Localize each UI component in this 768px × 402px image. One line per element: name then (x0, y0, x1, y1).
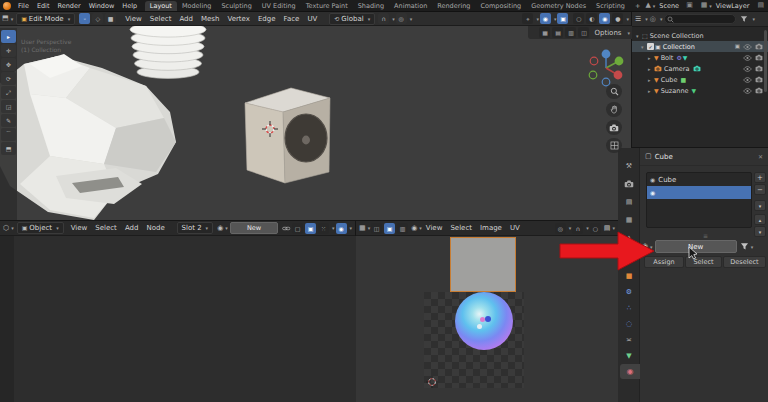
outliner-row-bolt[interactable]: ▸ ▼ Bolt ⚙ ▼ (632, 52, 768, 63)
hide-eye-icon[interactable] (743, 44, 752, 50)
shader-menu-select[interactable]: Select (91, 224, 121, 232)
tool-extrude[interactable]: ⬒ (1, 142, 16, 155)
move-slot-up-button[interactable]: ▴ (754, 214, 766, 225)
viewport-menu-view[interactable]: View (121, 15, 146, 23)
shader-editor-canvas[interactable] (0, 236, 356, 402)
material-slot-row-1[interactable]: ◉ Cube (647, 173, 751, 186)
snap-magnet-toggle[interactable]: ∩ (378, 13, 389, 24)
exclude-checkbox-icon[interactable]: ▣ (735, 44, 740, 50)
pin-node-tree-toggle[interactable]: ▢ (292, 223, 303, 234)
breadcrumb-object-label[interactable]: Cube (655, 153, 673, 161)
editor-type-image-icon[interactable]: ▦ (359, 225, 366, 232)
scene-selector[interactable]: Scene (655, 2, 683, 10)
tool-select-box[interactable]: ▸ (1, 30, 16, 43)
workspace-tab-animation[interactable]: Animation (389, 1, 432, 11)
outliner-row-scene-collection[interactable]: ▾ ⬚ Scene Collection (632, 30, 768, 41)
overlay-node-caret[interactable]: ▾ (350, 225, 353, 231)
new-view-layer-icon[interactable]: ▤ (757, 2, 764, 9)
menu-edit[interactable]: Edit (33, 2, 54, 10)
mode-paint-toggle[interactable]: ▣ (384, 223, 395, 234)
workspace-tab-scripting[interactable]: Scripting (591, 1, 630, 11)
menu-render[interactable]: Render (53, 2, 84, 10)
workspace-tab-compositing[interactable]: Compositing (475, 1, 526, 11)
camera-view-button[interactable] (606, 120, 622, 135)
hide-eye-icon[interactable] (743, 66, 752, 72)
disable-render-camera-icon[interactable] (755, 54, 763, 61)
shading-wireframe-button[interactable]: ○ (573, 13, 584, 24)
collection-checkbox[interactable]: ✓ (647, 43, 654, 50)
menu-file[interactable]: File (14, 2, 33, 10)
viewport-menu-edge[interactable]: Edge (254, 15, 280, 23)
workspace-tab-uv-editing[interactable]: UV Editing (257, 1, 301, 11)
tool-annotate[interactable]: ✎ (1, 114, 16, 127)
deselect-button[interactable]: Deselect (723, 256, 766, 268)
shading-caret[interactable]: ▾ (626, 16, 629, 22)
display-channels-icon[interactable]: ◉ (411, 225, 417, 232)
tab-view-layer[interactable]: ▦ (622, 214, 636, 226)
snap-node-toggle[interactable]: ⁙ (318, 223, 329, 234)
workspace-tab-rendering[interactable]: Rendering (432, 1, 475, 11)
uv-2d-cursor[interactable] (426, 376, 438, 388)
material-slot-row-2-selected[interactable]: ◉ (647, 186, 751, 199)
snap-caret[interactable]: ▾ (392, 16, 395, 22)
shader-menu-add[interactable]: Add (121, 224, 143, 232)
panel-grip[interactable]: ≡ (703, 232, 708, 239)
mode-mask-toggle[interactable]: ▥ (397, 223, 408, 234)
outliner-search-input[interactable] (664, 14, 736, 24)
tab-render[interactable] (622, 178, 636, 190)
shader-new-material-button[interactable]: New (230, 222, 279, 234)
browse-material-icon[interactable]: ◉ (217, 225, 223, 232)
shading-material-button[interactable]: ◉ (599, 13, 610, 24)
move-slot-down-button[interactable]: ▾ (754, 226, 766, 237)
tool-transform[interactable]: ◲ (1, 100, 16, 113)
zoom-view-button[interactable] (606, 84, 622, 99)
disable-render-camera-icon[interactable] (755, 76, 763, 83)
disable-render-camera-icon[interactable] (755, 43, 763, 50)
pan-view-button[interactable] (606, 102, 622, 117)
workspace-tab-layout[interactable]: Layout (145, 1, 177, 11)
tool-measure[interactable]: ⌒ (1, 128, 16, 141)
material-specials-button[interactable]: ▾ (754, 200, 766, 211)
proportional-edit-toggle[interactable]: ◎ (396, 13, 407, 24)
material-filter-funnel-icon[interactable] (740, 242, 749, 251)
add-workspace-button[interactable]: + (630, 1, 645, 11)
view-layer-selector[interactable]: ViewLayer (712, 2, 754, 10)
tab-object-data[interactable]: ▼ (622, 350, 636, 362)
snap-node-caret[interactable]: ▾ (332, 225, 335, 231)
tab-particles[interactable]: ∴ (622, 302, 636, 314)
outliner-display-mode-icon[interactable]: ◎ (650, 16, 656, 23)
select-mode-vertex-button[interactable]: ◦ (79, 13, 90, 24)
select-mode-face-button[interactable]: ■ (105, 13, 116, 24)
tab-modifiers[interactable]: ⚙ (622, 286, 636, 298)
shader-menu-node[interactable]: Node (142, 224, 168, 232)
hide-eye-icon[interactable] (743, 55, 752, 61)
uv-menu-view[interactable]: View (422, 224, 447, 232)
disable-render-camera-icon[interactable] (755, 87, 763, 94)
select-mode-edge-button[interactable]: ◇ (92, 13, 103, 24)
outliner-row-cube[interactable]: ▸ ▼ Cube ■ (632, 74, 768, 85)
workspace-tab-texture-paint[interactable]: Texture Paint (301, 1, 353, 11)
tab-material-active[interactable]: ◉ (620, 364, 640, 379)
viewport-canvas[interactable]: User Perspective (1) Collection (0, 26, 632, 220)
overlays-toggle[interactable]: ◉ (540, 13, 551, 24)
tool-rotate[interactable]: ⟳ (1, 72, 16, 85)
uv-menu-image[interactable]: Image (476, 224, 506, 232)
uv-menu-select[interactable]: Select (446, 224, 476, 232)
use-nodes-toggle[interactable]: ▣ (305, 223, 316, 234)
gizmo-toggle[interactable]: ⌖ (522, 13, 533, 24)
outliner-row-collection[interactable]: ▾ ✓ ▣ Collection ▣ (632, 41, 768, 52)
workspace-tab-modeling[interactable]: Modeling (177, 1, 217, 11)
overlay-node-toggle[interactable]: ◉ (336, 223, 347, 234)
hide-eye-icon[interactable] (743, 77, 752, 83)
mode-view-toggle[interactable]: ◫ (371, 223, 382, 234)
hide-eye-icon[interactable] (743, 88, 752, 94)
uv-menu-uv[interactable]: UV (506, 224, 524, 232)
tool-move[interactable]: ✥ (1, 58, 16, 71)
menu-window[interactable]: Window (85, 2, 119, 10)
uv-selected-face[interactable] (450, 237, 516, 292)
add-material-slot-button[interactable]: + (754, 172, 766, 183)
blender-logo-icon[interactable] (3, 2, 11, 10)
tab-output[interactable]: ▤ (622, 196, 636, 208)
gizmo-caret[interactable]: ▾ (536, 16, 539, 22)
outliner-filter-icon[interactable] (740, 15, 748, 23)
